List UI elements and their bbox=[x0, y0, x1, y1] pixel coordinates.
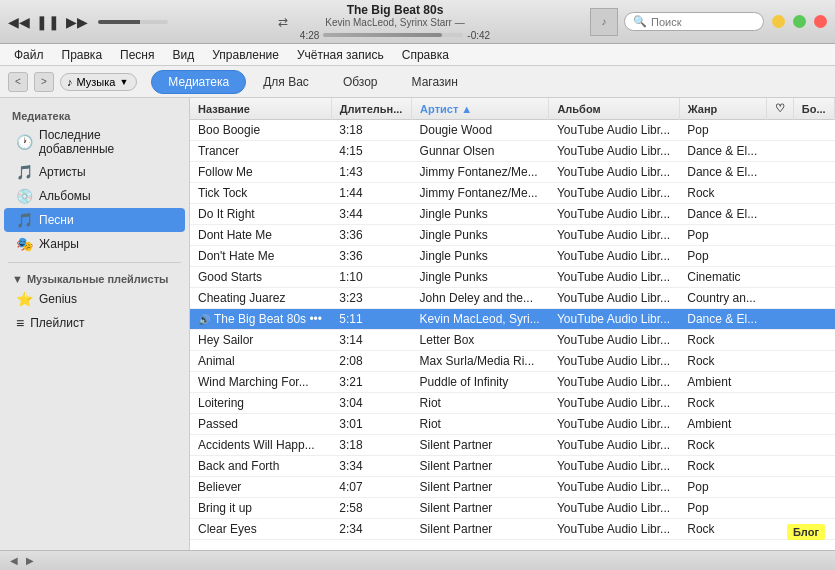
progress-bar[interactable] bbox=[323, 33, 463, 37]
nav-tab-обзор[interactable]: Обзор bbox=[326, 70, 395, 94]
table-row[interactable]: Dont Hate Me3:36Jingle PunksYouTube Audi… bbox=[190, 225, 835, 246]
track-name: Passed bbox=[190, 414, 331, 435]
track-genre: Ambient bbox=[679, 372, 766, 393]
sidebar-item-songs[interactable]: 🎵Песни bbox=[4, 208, 185, 232]
col-header-6[interactable]: Бо... bbox=[793, 98, 834, 120]
menu-item-учётная-запись[interactable]: Учётная запись bbox=[289, 46, 392, 64]
col-header-5[interactable]: ♡ bbox=[766, 98, 793, 120]
sidebar-item-playlist[interactable]: ≡Плейлист bbox=[4, 311, 185, 335]
table-row[interactable]: Clear Eyes2:34Silent PartnerYouTube Audi… bbox=[190, 519, 835, 540]
menu-item-справка[interactable]: Справка bbox=[394, 46, 457, 64]
track-heart bbox=[766, 393, 793, 414]
table-row[interactable]: Passed3:01RiotYouTube Audio Libr...Ambie… bbox=[190, 414, 835, 435]
nav-tab-медиатека[interactable]: Медиатека bbox=[151, 70, 246, 94]
table-row[interactable]: Animal2:08Max Surla/Media Ri...YouTube A… bbox=[190, 351, 835, 372]
table-row[interactable]: Back and Forth3:34Silent PartnerYouTube … bbox=[190, 456, 835, 477]
artwork-button[interactable]: ♪ bbox=[590, 8, 618, 36]
track-duration: 1:10 bbox=[331, 267, 411, 288]
scroll-right-button[interactable]: ▶ bbox=[26, 555, 34, 566]
table-row[interactable]: Do It Right3:44Jingle PunksYouTube Audio… bbox=[190, 204, 835, 225]
sidebar-item-albums[interactable]: 💿Альбомы bbox=[4, 184, 185, 208]
maximize-button[interactable] bbox=[793, 15, 806, 28]
menu-item-правка[interactable]: Правка bbox=[54, 46, 111, 64]
play-pause-button[interactable]: ❚❚ bbox=[36, 14, 60, 30]
track-heart bbox=[766, 477, 793, 498]
track-heart bbox=[766, 330, 793, 351]
track-artist: Kevin MacLeod, Syri... bbox=[412, 309, 549, 330]
nav-back-button[interactable]: < bbox=[8, 72, 28, 92]
col-header-0[interactable]: Название bbox=[190, 98, 331, 120]
next-button[interactable]: ▶▶ bbox=[66, 14, 88, 30]
track-genre: Dance & El... bbox=[679, 162, 766, 183]
sidebar-label: Альбомы bbox=[39, 189, 91, 203]
track-name: Dont Hate Me bbox=[190, 225, 331, 246]
menu-item-вид[interactable]: Вид bbox=[165, 46, 203, 64]
sidebar-item-genius[interactable]: ⭐Genius bbox=[4, 287, 185, 311]
track-duration: 1:43 bbox=[331, 162, 411, 183]
sidebar-label: Genius bbox=[39, 292, 77, 306]
track-genre: Rock bbox=[679, 456, 766, 477]
prev-button[interactable]: ◀◀ bbox=[8, 14, 30, 30]
track-plays bbox=[793, 120, 834, 141]
menu-item-управление[interactable]: Управление bbox=[204, 46, 287, 64]
table-row[interactable]: Bring it up2:58Silent PartnerYouTube Aud… bbox=[190, 498, 835, 519]
track-plays bbox=[793, 246, 834, 267]
track-plays bbox=[793, 498, 834, 519]
table-row[interactable]: Loitering3:04RiotYouTube Audio Libr...Ro… bbox=[190, 393, 835, 414]
search-input[interactable] bbox=[651, 16, 761, 28]
track-name: 🔊The Big Beat 80s ••• bbox=[190, 309, 331, 330]
breadcrumb-music[interactable]: ♪ Музыка ▼ bbox=[60, 73, 137, 91]
shuffle-button[interactable]: ⇄ bbox=[274, 13, 292, 31]
minimize-button[interactable] bbox=[772, 15, 785, 28]
menu-item-файл[interactable]: Файл bbox=[6, 46, 52, 64]
table-row[interactable]: Don't Hate Me3:36Jingle PunksYouTube Aud… bbox=[190, 246, 835, 267]
close-button[interactable] bbox=[814, 15, 827, 28]
sidebar-label: Артисты bbox=[39, 165, 86, 179]
track-album: YouTube Audio Libr... bbox=[549, 414, 679, 435]
sidebar-item-genres[interactable]: 🎭Жанры bbox=[4, 232, 185, 256]
table-row[interactable]: Good Starts1:10Jingle PunksYouTube Audio… bbox=[190, 267, 835, 288]
table-row[interactable]: Tick Tock1:44Jimmy Fontanez/Me...YouTube… bbox=[190, 183, 835, 204]
playlist-icon: ≡ bbox=[16, 315, 24, 331]
table-row[interactable]: Hey Sailor3:14Letter BoxYouTube Audio Li… bbox=[190, 330, 835, 351]
nav-forward-button[interactable]: > bbox=[34, 72, 54, 92]
track-heart bbox=[766, 435, 793, 456]
track-album: YouTube Audio Libr... bbox=[549, 477, 679, 498]
track-artists: Kevin MacLeod, Syrinx Starr — bbox=[300, 17, 490, 28]
track-heart bbox=[766, 498, 793, 519]
sidebar-label: Плейлист bbox=[30, 316, 84, 330]
col-header-2[interactable]: Артист ▲ bbox=[412, 98, 549, 120]
table-row[interactable]: Trancer4:15Gunnar OlsenYouTube Audio Lib… bbox=[190, 141, 835, 162]
track-plays bbox=[793, 309, 834, 330]
track-artist: Silent Partner bbox=[412, 435, 549, 456]
table-row[interactable]: Cheating Juarez3:23John Deley and the...… bbox=[190, 288, 835, 309]
nav-tab-для-вас[interactable]: Для Вас bbox=[246, 70, 326, 94]
col-header-3[interactable]: Альбом bbox=[549, 98, 679, 120]
sidebar-item-artists[interactable]: 🎵Артисты bbox=[4, 160, 185, 184]
col-header-4[interactable]: Жанр bbox=[679, 98, 766, 120]
track-name: Follow Me bbox=[190, 162, 331, 183]
track-duration: 2:08 bbox=[331, 351, 411, 372]
track-plays bbox=[793, 162, 834, 183]
track-album: YouTube Audio Libr... bbox=[549, 519, 679, 540]
col-header-1[interactable]: Длительн... bbox=[331, 98, 411, 120]
table-row[interactable]: Boo Boogie3:18Dougie WoodYouTube Audio L… bbox=[190, 120, 835, 141]
menu-item-песня[interactable]: Песня bbox=[112, 46, 162, 64]
track-plays bbox=[793, 225, 834, 246]
sidebar-item-recent[interactable]: 🕐Последние добавленные bbox=[4, 124, 185, 160]
track-info: The Big Beat 80s Kevin MacLeod, Syrinx S… bbox=[300, 3, 490, 41]
track-album: YouTube Audio Libr... bbox=[549, 288, 679, 309]
table-row[interactable]: Wind Marching For...3:21Puddle of Infini… bbox=[190, 372, 835, 393]
table-row[interactable]: 🔊The Big Beat 80s •••5:11Kevin MacLeod, … bbox=[190, 309, 835, 330]
scroll-left-button[interactable]: ◀ bbox=[10, 555, 18, 566]
table-row[interactable]: Believer4:07Silent PartnerYouTube Audio … bbox=[190, 477, 835, 498]
nav-tab-магазин[interactable]: Магазин bbox=[395, 70, 475, 94]
table-row[interactable]: Accidents Will Happ...3:18Silent Partner… bbox=[190, 435, 835, 456]
track-heart bbox=[766, 246, 793, 267]
volume-slider[interactable] bbox=[98, 20, 168, 24]
table-row[interactable]: Follow Me1:43Jimmy Fontanez/Me...YouTube… bbox=[190, 162, 835, 183]
track-artist: Jingle Punks bbox=[412, 204, 549, 225]
track-artist: Riot bbox=[412, 393, 549, 414]
sidebar-playlists-title[interactable]: ▼Музыкальные плейлисты bbox=[0, 269, 189, 287]
track-table[interactable]: НазваниеДлительн...Артист ▲АльбомЖанр♡Бо… bbox=[190, 98, 835, 550]
